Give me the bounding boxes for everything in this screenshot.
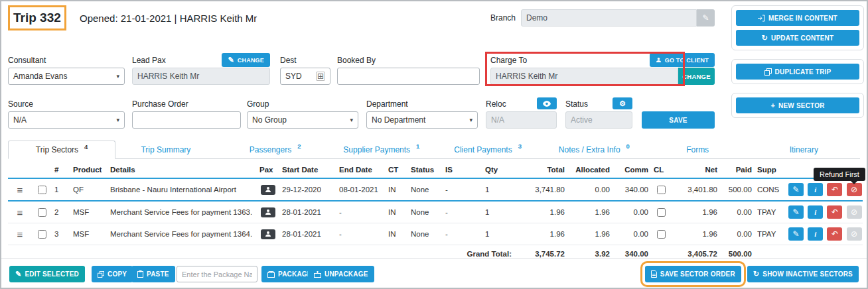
update-content-button[interactable]: ↻ UPDATE CONTENT xyxy=(736,30,859,46)
edit-sector-button[interactable]: ✎ xyxy=(788,183,804,196)
package-label: PACKAGE xyxy=(278,270,312,278)
col-header-pax: Pax xyxy=(257,162,279,178)
tab-trip-sectors[interactable]: Trip Sectors 4 xyxy=(8,141,115,159)
col-header-supp: Supp xyxy=(755,162,784,178)
row-select-checkbox[interactable] xyxy=(38,186,46,194)
cell-product: QF xyxy=(70,178,108,201)
booked-by-field: Booked By xyxy=(337,54,480,85)
cl-checkbox[interactable] xyxy=(657,208,666,217)
status-settings-button[interactable]: ⚙ xyxy=(613,97,632,109)
pencil-icon: ✎ xyxy=(792,185,799,194)
col-header-drag xyxy=(8,162,32,178)
edit-selected-button[interactable]: ✎ EDIT SELECTED xyxy=(9,266,85,282)
drag-handle-icon[interactable]: ≡ xyxy=(17,207,23,218)
consultant-field: Consultant Amanda Evans ▾ xyxy=(8,54,125,85)
pax-icon[interactable] xyxy=(261,207,275,217)
save-button[interactable]: SAVE xyxy=(642,111,715,129)
reloc-field: Reloc N/A xyxy=(486,98,557,129)
duplicate-box: DUPLICATE TRIP xyxy=(731,59,864,84)
edit-sector-button[interactable]: ✎ xyxy=(788,205,804,219)
consultant-value: Amanda Evans xyxy=(13,72,67,81)
unpackage-button[interactable]: UNPACKAGE xyxy=(308,266,374,282)
charge-to-change-label: CHANGE xyxy=(682,73,710,80)
info-button[interactable]: i xyxy=(808,205,823,219)
booked-by-label: Booked By xyxy=(337,54,480,66)
tooltip-text: Refund First xyxy=(820,170,859,178)
info-button[interactable]: i xyxy=(808,183,823,196)
tab-supplier-payments[interactable]: Supplier Payments 1 xyxy=(328,141,435,158)
consultant-select[interactable]: Amanda Evans ▾ xyxy=(8,68,125,85)
package-icon xyxy=(267,271,275,278)
lead-pax-change-button[interactable]: ✎ CHANGE xyxy=(222,53,270,67)
copy-icon xyxy=(98,271,104,278)
undo-button[interactable]: ↶ xyxy=(827,205,842,219)
cell-details: Merchant Service Fees for payment 1363. xyxy=(108,201,257,223)
refresh-icon: ↻ xyxy=(753,270,759,278)
reloc-view-button[interactable] xyxy=(537,97,557,109)
save-sector-order-button[interactable]: SAVE SECTOR ORDER xyxy=(645,266,741,282)
row-select-checkbox[interactable] xyxy=(38,208,46,217)
source-select[interactable]: N/A ▾ xyxy=(8,111,125,129)
tab-itinerary[interactable]: Itinerary xyxy=(754,141,860,158)
cl-checkbox[interactable] xyxy=(657,230,666,239)
tab-label: Forms xyxy=(686,145,709,154)
package-name-input[interactable] xyxy=(177,266,257,282)
tab-label: Supplier Payments xyxy=(343,145,410,154)
status-field: Status ⚙ Active xyxy=(565,98,632,129)
col-header-num: # xyxy=(52,162,70,178)
info-button[interactable]: i xyxy=(808,227,823,241)
group-select[interactable]: No Group ▾ xyxy=(247,111,358,129)
table-row[interactable]: ≡ 2 MSF Merchant Service Fees for paymen… xyxy=(8,201,863,223)
pencil-icon: ✎ xyxy=(228,56,234,64)
purchase-order-input[interactable] xyxy=(132,111,241,129)
cell-is: - xyxy=(443,201,482,223)
tab-forms[interactable]: Forms xyxy=(648,141,754,158)
lead-pax-field: Lead Pax ✎ CHANGE HARRIS Keith Mr xyxy=(132,54,270,85)
cl-checkbox[interactable] xyxy=(657,186,666,194)
dest-input[interactable]: SYD ⊞ xyxy=(280,68,330,85)
cell-start-date: 29-12-2020 xyxy=(279,178,336,201)
plus-icon: + xyxy=(770,102,775,109)
booked-by-input[interactable] xyxy=(337,68,480,85)
drag-handle-icon[interactable]: ≡ xyxy=(17,184,23,196)
tab-badge: 2 xyxy=(297,143,301,150)
show-inactive-sectors-button[interactable]: ↻ SHOW INACTIVE SECTORS xyxy=(747,266,859,282)
undo-button[interactable]: ↶ xyxy=(827,183,842,196)
cell-start-date: 28-01-2021 xyxy=(279,223,336,245)
branch-label: Branch xyxy=(490,9,516,27)
undo-button[interactable]: ↶ xyxy=(827,227,842,241)
undo-icon: ↶ xyxy=(832,207,838,217)
col-header-select xyxy=(32,162,52,178)
paste-button[interactable]: PASTE xyxy=(131,266,175,282)
row-select-checkbox[interactable] xyxy=(38,230,46,239)
cell-paid: 500.00 xyxy=(720,178,755,201)
merge-in-content-button[interactable]: MERGE IN CONTENT xyxy=(736,10,859,26)
tab-client-payments[interactable]: Client Payments 3 xyxy=(435,141,541,158)
ban-icon: ⊘ xyxy=(851,229,857,239)
copy-button[interactable]: COPY xyxy=(92,266,133,282)
cell-comm: 340.00 xyxy=(613,178,651,201)
tab-label: Client Payments xyxy=(454,145,512,154)
new-sector-button[interactable]: + NEW SECTOR xyxy=(736,97,859,113)
charge-to-input: HARRIS Keith Mr xyxy=(490,68,678,85)
pax-icon[interactable] xyxy=(261,185,275,195)
table-row[interactable]: ≡ 1 QF Brisbane - Nauru International Ai… xyxy=(8,178,863,201)
tab-notes-extra-info[interactable]: Notes / Extra Info 0 xyxy=(541,141,647,158)
pencil-icon: ✎ xyxy=(792,207,799,217)
go-to-client-button[interactable]: GO TO CLIENT xyxy=(650,53,715,67)
branch-edit-button[interactable]: ✎ xyxy=(697,9,715,27)
grid-lookup-icon[interactable]: ⊞ xyxy=(316,72,325,81)
tab-passengers[interactable]: Passengers 2 xyxy=(222,141,328,158)
cell-paid: 0.00 xyxy=(720,223,755,245)
department-select[interactable]: No Department ▾ xyxy=(366,111,478,129)
edit-sector-button[interactable]: ✎ xyxy=(788,227,804,241)
cell-start-date: 28-01-2021 xyxy=(279,201,336,223)
table-header-row: # Product Details Pax Start Date End Dat… xyxy=(8,162,863,178)
table-row[interactable]: ≡ 3 MSF Merchant Service Fees for paymen… xyxy=(8,223,863,245)
charge-to-change-button[interactable]: CHANGE xyxy=(678,68,715,85)
tab-trip-summary[interactable]: Trip Summary xyxy=(115,141,222,158)
pax-icon[interactable] xyxy=(261,229,275,239)
drag-handle-icon[interactable]: ≡ xyxy=(17,229,23,240)
duplicate-trip-button[interactable]: DUPLICATE TRIP xyxy=(736,64,859,80)
branch-input: Demo xyxy=(521,9,697,27)
